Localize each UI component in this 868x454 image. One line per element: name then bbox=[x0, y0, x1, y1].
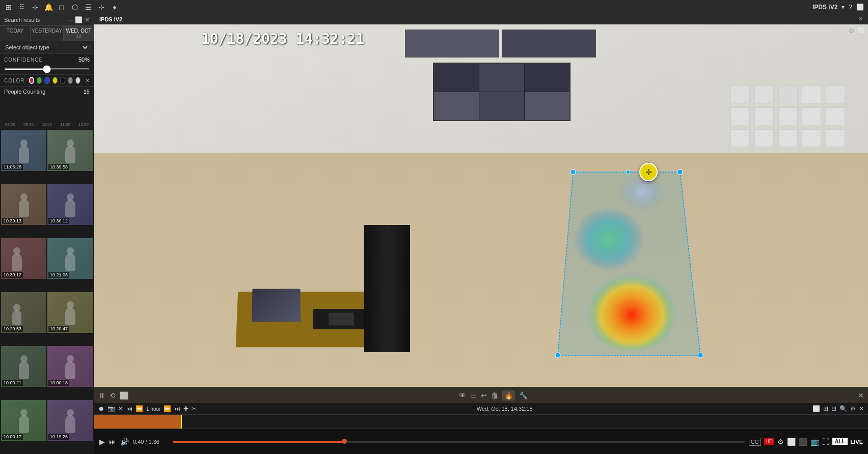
close-panel-icon[interactable]: ✕ bbox=[85, 16, 90, 23]
tab-today[interactable]: TODAY bbox=[0, 26, 31, 41]
color-swatch-green[interactable] bbox=[37, 77, 42, 84]
tc-gear-icon[interactable]: ⚙ bbox=[850, 405, 856, 412]
camera-tab-close[interactable]: ✕ bbox=[858, 16, 863, 22]
color-swatch-white[interactable] bbox=[75, 77, 80, 84]
svg-point-6 bbox=[698, 353, 703, 358]
timeline-bar: ⏺ 📷 ✕ ⏮ ⏪ 1 hour ⏩ ⏭ ✚ ✂ Wed, Oct 18, 14… bbox=[94, 403, 868, 429]
video-expand-icon[interactable]: ⬜ bbox=[857, 27, 865, 35]
color-swatch-gray[interactable] bbox=[68, 77, 73, 84]
expand-icon[interactable]: ⬜ bbox=[856, 4, 864, 11]
window-icon[interactable]: ⬛ bbox=[799, 438, 807, 446]
thumbnail-4[interactable]: 10:30:12 bbox=[47, 184, 93, 225]
tc-search-icon[interactable]: 🔍 bbox=[839, 405, 847, 412]
tab-yesterday[interactable]: YESTERDAY bbox=[31, 26, 64, 41]
tc-rewind-icon[interactable]: ⏪ bbox=[135, 405, 143, 412]
step-forward-icon[interactable]: ⏭ bbox=[109, 438, 116, 446]
playback-right-controls: CC HD ⚙ ⬜ ⬛ 📺 ⛶ ALL LIVE bbox=[749, 438, 863, 446]
title-dropdown[interactable]: ▾ bbox=[842, 4, 845, 11]
playback-time: 0:40 / 1:36 bbox=[133, 439, 169, 445]
color-swatch-black[interactable] bbox=[60, 77, 65, 84]
settings-tool-icon[interactable]: 🔧 bbox=[519, 391, 528, 400]
rect-tool-icon[interactable]: ▭ bbox=[470, 391, 477, 400]
fullscreen-icon[interactable]: ⛶ bbox=[822, 438, 829, 446]
camera-icon[interactable]: ◻ bbox=[57, 3, 66, 12]
thumbnail-2[interactable]: 10:39:56 bbox=[47, 130, 93, 171]
shelf-cell-15 bbox=[826, 129, 845, 147]
thumb-person-12 bbox=[65, 415, 75, 433]
color-swatch-blue[interactable] bbox=[44, 77, 49, 84]
cc-icon[interactable]: CC bbox=[749, 438, 761, 446]
thumbnail-1[interactable]: 11:05:26 bbox=[1, 130, 46, 171]
tc-close-icon[interactable]: ✕ bbox=[859, 405, 864, 412]
tab-wed-oct[interactable]: WED, OCT 18 bbox=[64, 26, 94, 41]
apps-icon[interactable]: ⊹ bbox=[31, 3, 40, 12]
thumb-person-1 bbox=[19, 146, 29, 163]
tc-record-icon[interactable]: ⏺ bbox=[98, 405, 104, 412]
volume-icon[interactable]: 🔊 bbox=[120, 438, 129, 446]
thumb-time-9: 10:00:21 bbox=[2, 380, 23, 386]
tc-plus-icon[interactable]: ✚ bbox=[183, 405, 188, 412]
config-icon[interactable]: ⊹ bbox=[97, 3, 106, 12]
shelf-row-1 bbox=[730, 86, 848, 103]
cast-icon[interactable]: 📺 bbox=[810, 438, 819, 446]
thumbnail-7[interactable]: 10:20:53 bbox=[1, 292, 46, 333]
layout-icon[interactable]: ☰ bbox=[84, 3, 93, 12]
thumbnail-5[interactable]: 10:30:12 bbox=[1, 238, 46, 279]
heatmap-active-icon[interactable]: 🔥 bbox=[502, 390, 515, 401]
camera-tab: IPDS iV2 ✕ bbox=[94, 14, 868, 24]
rotate-tool-icon[interactable]: ↩ bbox=[481, 391, 487, 400]
minimize-icon[interactable]: — bbox=[67, 16, 73, 23]
refresh-icon[interactable]: ⟲ bbox=[110, 391, 116, 400]
flame-icon[interactable]: ♦ bbox=[110, 3, 119, 12]
grid-icon[interactable]: ⠿ bbox=[17, 3, 26, 12]
color-swatch-yellow[interactable] bbox=[52, 77, 58, 84]
trash-tool-icon[interactable]: 🗑 bbox=[491, 391, 498, 400]
thumbnail-6[interactable]: 10:21:06 bbox=[47, 238, 93, 279]
tc-skip-fwd-icon[interactable]: ⏭ bbox=[174, 405, 180, 412]
color-close-icon[interactable]: ✕ bbox=[85, 77, 90, 84]
tc-1hour-label[interactable]: 1 hour bbox=[146, 406, 160, 412]
tc-fast-forward-icon[interactable]: ⏩ bbox=[164, 405, 171, 412]
color-swatch-red[interactable] bbox=[29, 77, 35, 84]
bell-icon[interactable]: 🔔 bbox=[44, 3, 53, 12]
play-icon[interactable]: ▶ bbox=[99, 438, 105, 446]
heatmap-zone[interactable] bbox=[553, 167, 706, 360]
tc-mic-icon[interactable]: ✕ bbox=[118, 405, 123, 412]
eye-tool-icon[interactable]: 👁 bbox=[459, 391, 466, 400]
tc-fullscreen-icon[interactable]: ⊞ bbox=[823, 405, 828, 412]
tc-layout-icon[interactable]: ⬜ bbox=[812, 405, 820, 412]
thumbnail-12[interactable]: 10:19:26 bbox=[47, 400, 93, 441]
restore-icon[interactable]: ⬜ bbox=[75, 16, 83, 23]
tc-camera-icon[interactable]: 📷 bbox=[107, 405, 115, 412]
object-type-selector[interactable]: Select object type Person Vehicle | bbox=[0, 41, 94, 54]
thumbnail-3[interactable]: 10:39:13 bbox=[1, 184, 46, 225]
confidence-slider[interactable] bbox=[4, 68, 90, 70]
color-label: COLOR bbox=[4, 78, 25, 83]
heatmap-move-cursor[interactable]: ✛ bbox=[639, 163, 658, 181]
playback-progress-thumb bbox=[342, 439, 347, 444]
playback-progress-bar[interactable] bbox=[173, 441, 745, 443]
chart-icon[interactable]: ⬡ bbox=[70, 3, 79, 12]
help-icon[interactable]: ? bbox=[849, 4, 852, 11]
thumbnail-11[interactable]: 10:00:17 bbox=[1, 400, 46, 441]
tc-skip-back-icon[interactable]: ⏮ bbox=[126, 405, 132, 412]
live-label[interactable]: LIVE bbox=[851, 439, 863, 445]
thumb-person-5 bbox=[12, 253, 22, 271]
svg-point-4 bbox=[571, 169, 576, 175]
controls-close-icon[interactable]: ✕ bbox=[858, 391, 864, 400]
thumbnail-8[interactable]: 10:20:47 bbox=[47, 292, 93, 333]
object-type-select[interactable]: Select object type Person Vehicle bbox=[3, 44, 89, 51]
layout-icon[interactable]: ⬜ bbox=[787, 438, 796, 446]
thumbnail-9[interactable]: 10:00:21 bbox=[1, 346, 46, 387]
time-label-3: 10:00 bbox=[42, 122, 52, 127]
timeline-track[interactable] bbox=[94, 415, 868, 429]
snapshot-icon[interactable]: ⬜ bbox=[120, 391, 128, 400]
settings-icon[interactable]: ⚙ bbox=[777, 438, 784, 446]
thumbnail-10[interactable]: 10:00:18 bbox=[47, 346, 93, 387]
folder-icon[interactable]: ⊞ bbox=[4, 3, 13, 12]
timeline-controls: ⏺ 📷 ✕ ⏮ ⏪ 1 hour ⏩ ⏭ ✚ ✂ Wed, Oct 18, 14… bbox=[94, 403, 868, 415]
video-settings-icon[interactable]: ⚙ bbox=[849, 27, 855, 35]
tc-zoom-out-icon[interactable]: ⊟ bbox=[831, 405, 836, 412]
pause-icon[interactable]: ⏸ bbox=[98, 391, 105, 400]
tc-scissors-icon[interactable]: ✂ bbox=[192, 405, 197, 412]
